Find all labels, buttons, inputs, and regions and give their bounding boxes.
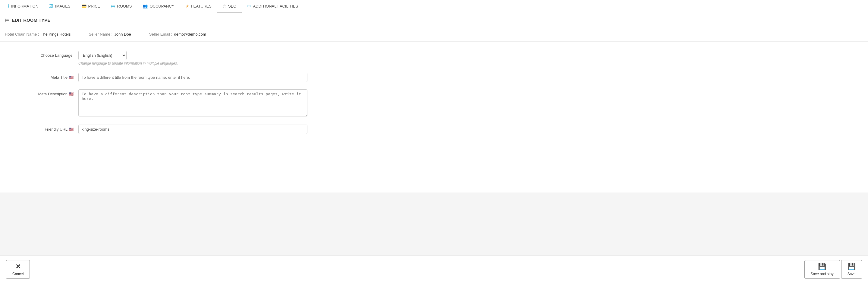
features-icon: ★ bbox=[185, 4, 189, 8]
language-label: Choose Language: bbox=[6, 51, 79, 58]
seller-name-info: Seller Name : John Doe bbox=[89, 32, 131, 36]
meta-title-label: Meta Title 🇺🇸 bbox=[6, 73, 79, 80]
meta-description-label: Meta Description 🇺🇸 bbox=[6, 89, 79, 96]
tab-occupancy[interactable]: 👥 OCCUPANCY bbox=[137, 0, 180, 13]
meta-title-flag-icon: 🇺🇸 bbox=[69, 75, 73, 80]
tab-features-label: FEATURES bbox=[191, 4, 212, 8]
meta-description-control-wrap bbox=[79, 89, 307, 117]
facilities-icon: ⚙ bbox=[247, 4, 251, 8]
tab-images-label: IMAGES bbox=[55, 4, 70, 8]
language-group: Choose Language: English (English) Frenc… bbox=[6, 51, 862, 65]
language-select[interactable]: English (English) French (Français) Span… bbox=[79, 51, 127, 60]
meta-description-flag-icon: 🇺🇸 bbox=[69, 92, 73, 96]
tab-features[interactable]: ★ FEATURES bbox=[180, 0, 217, 13]
friendly-url-input[interactable] bbox=[79, 124, 307, 134]
tab-rooms-label: ROOMS bbox=[117, 4, 132, 8]
page-title: EDIT ROOM TYPE bbox=[12, 18, 50, 23]
hotel-chain-label: Hotel Chain Name : bbox=[5, 32, 39, 36]
seller-email-label: Seller Email : bbox=[149, 32, 173, 36]
friendly-url-group: Friendly URL 🇺🇸 bbox=[6, 124, 862, 134]
occupancy-icon: 👥 bbox=[143, 4, 148, 8]
info-bar: Hotel Chain Name : The Kings Hotels Sell… bbox=[0, 27, 868, 41]
seo-icon: ☆ bbox=[222, 4, 226, 8]
tab-additional-label: ADDITIONAL FACILITIES bbox=[253, 4, 298, 8]
friendly-url-label: Friendly URL 🇺🇸 bbox=[6, 124, 79, 132]
meta-title-control-wrap bbox=[79, 73, 307, 82]
seller-email-value: demo@demo.com bbox=[174, 32, 206, 36]
tab-rooms[interactable]: 🛏 ROOMS bbox=[105, 0, 137, 13]
meta-title-input[interactable] bbox=[79, 73, 307, 82]
tab-occupancy-label: OCCUPANCY bbox=[150, 4, 174, 8]
tab-additional-facilities[interactable]: ⚙ ADDITIONAL FACILITIES bbox=[242, 0, 304, 13]
tab-information[interactable]: ℹ INFORMATION bbox=[2, 0, 44, 13]
bed-icon: 🛏 bbox=[5, 18, 9, 23]
navigation-tabs: ℹ INFORMATION 🖼 IMAGES 💳 PRICE 🛏 ROOMS 👥… bbox=[0, 0, 868, 13]
language-control-wrap: English (English) French (Français) Span… bbox=[79, 51, 307, 65]
tab-price[interactable]: 💳 PRICE bbox=[76, 0, 106, 13]
information-icon: ℹ bbox=[8, 4, 9, 8]
tab-information-label: INFORMATION bbox=[11, 4, 38, 8]
hotel-chain-value: The Kings Hotels bbox=[41, 32, 70, 36]
meta-description-group: Meta Description 🇺🇸 bbox=[6, 89, 862, 117]
main-content: Choose Language: English (English) Frenc… bbox=[0, 41, 868, 193]
hotel-chain-info: Hotel Chain Name : The Kings Hotels bbox=[5, 32, 70, 36]
page-header: 🛏 EDIT ROOM TYPE bbox=[0, 13, 868, 27]
meta-description-input[interactable] bbox=[79, 89, 307, 116]
tab-seo-label: SEO bbox=[228, 4, 236, 8]
language-hint: Change language to update information in… bbox=[79, 61, 307, 65]
price-icon: 💳 bbox=[82, 4, 87, 8]
meta-title-group: Meta Title 🇺🇸 bbox=[6, 73, 862, 82]
friendly-url-flag-icon: 🇺🇸 bbox=[69, 127, 73, 132]
friendly-url-control-wrap bbox=[79, 124, 307, 134]
tab-images[interactable]: 🖼 IMAGES bbox=[44, 0, 76, 13]
seller-email-info: Seller Email : demo@demo.com bbox=[149, 32, 206, 36]
tab-seo[interactable]: ☆ SEO bbox=[217, 0, 242, 13]
seller-name-label: Seller Name : bbox=[89, 32, 113, 36]
rooms-icon: 🛏 bbox=[111, 4, 115, 8]
images-icon: 🖼 bbox=[49, 4, 53, 8]
seller-name-value: John Doe bbox=[114, 32, 131, 36]
tab-price-label: PRICE bbox=[88, 4, 100, 8]
